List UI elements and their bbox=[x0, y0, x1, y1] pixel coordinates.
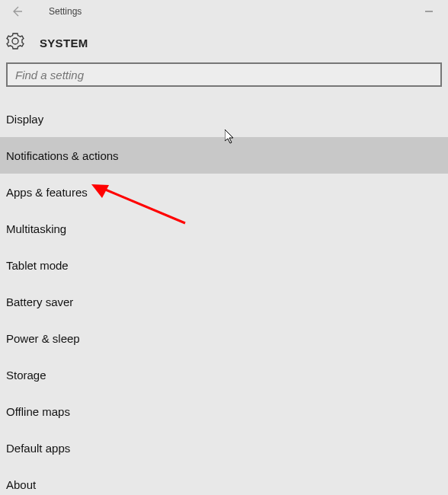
menu-item-apps-features[interactable]: Apps & features bbox=[0, 174, 448, 210]
window-titlebar: Settings bbox=[0, 0, 448, 23]
menu-item-display[interactable]: Display bbox=[0, 101, 448, 137]
menu-item-label: Multitasking bbox=[6, 222, 66, 235]
menu-item-label: Storage bbox=[6, 369, 46, 382]
menu-item-label: Battery saver bbox=[6, 295, 73, 308]
menu-item-power-sleep[interactable]: Power & sleep bbox=[0, 320, 448, 356]
menu-item-multitasking[interactable]: Multitasking bbox=[0, 210, 448, 247]
menu-item-label: About bbox=[6, 478, 36, 491]
menu-item-battery-saver[interactable]: Battery saver bbox=[0, 283, 448, 320]
menu-item-offline-maps[interactable]: Offline maps bbox=[0, 393, 448, 430]
gear-icon bbox=[6, 32, 24, 53]
page-title: SYSTEM bbox=[40, 37, 88, 50]
back-arrow-icon bbox=[11, 5, 23, 18]
menu-item-label: Default apps bbox=[6, 442, 70, 455]
menu-item-label: Notifications & actions bbox=[6, 149, 119, 162]
search-input[interactable] bbox=[6, 62, 442, 87]
menu-item-label: Tablet mode bbox=[6, 259, 69, 272]
menu-item-storage[interactable]: Storage bbox=[0, 356, 448, 393]
back-button[interactable] bbox=[8, 2, 26, 21]
menu-item-label: Power & sleep bbox=[6, 332, 80, 345]
minimize-icon bbox=[424, 7, 434, 16]
menu-item-tablet-mode[interactable]: Tablet mode bbox=[0, 247, 448, 283]
menu-item-notifications-actions[interactable]: Notifications & actions bbox=[0, 137, 448, 174]
search-container bbox=[6, 62, 442, 87]
page-header: SYSTEM bbox=[0, 23, 448, 62]
menu-item-default-apps[interactable]: Default apps bbox=[0, 430, 448, 466]
menu-item-about[interactable]: About bbox=[0, 466, 448, 495]
menu-item-label: Offline maps bbox=[6, 405, 70, 418]
minimize-button[interactable] bbox=[418, 2, 440, 21]
window-title: Settings bbox=[49, 6, 82, 17]
settings-menu: DisplayNotifications & actionsApps & fea… bbox=[0, 101, 448, 495]
menu-item-label: Apps & features bbox=[6, 186, 88, 199]
menu-item-label: Display bbox=[6, 113, 43, 126]
